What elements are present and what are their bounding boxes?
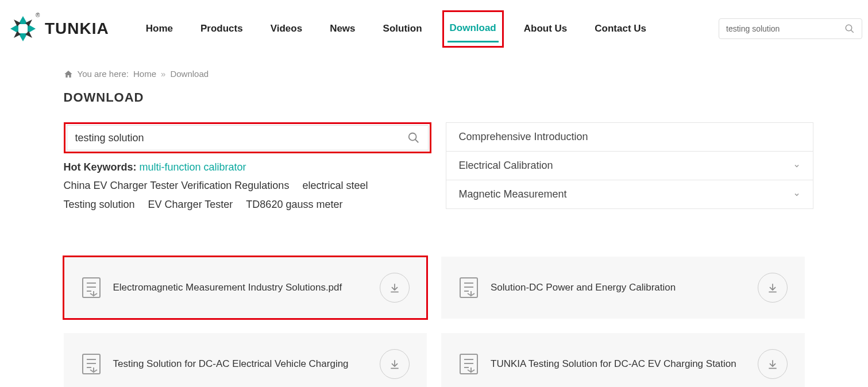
hot-keywords: Hot Keywords: multi-function calibrator … (64, 158, 431, 214)
top-search-input[interactable] (726, 24, 844, 33)
download-button[interactable] (380, 349, 410, 379)
downloads-grid: Electromagnetic Measurement Industry Sol… (64, 257, 805, 387)
hot-keyword[interactable]: TD8620 gauss meter (246, 195, 342, 214)
nav-item-contact-us[interactable]: Contact Us (592, 16, 649, 41)
download-button[interactable] (380, 273, 410, 303)
category-item[interactable]: Magnetic Measurement (446, 180, 813, 209)
download-button[interactable] (758, 273, 788, 303)
download-title[interactable]: Solution-DC Power and Energy Calibration (491, 282, 746, 293)
main-nav: HomeProductsVideosNewsSolutionDownloadAb… (144, 16, 701, 42)
hot-keywords-label: Hot Keywords: (64, 161, 137, 173)
download-card: Electromagnetic Measurement Industry Sol… (64, 257, 427, 319)
download-title[interactable]: Testing Solution for DC-AC Electrical Ve… (113, 358, 369, 370)
nav-item-news[interactable]: News (327, 16, 357, 41)
hot-keyword[interactable]: Testing solution (64, 195, 135, 214)
top-search[interactable] (719, 18, 862, 39)
category-item[interactable]: Electrical Calibration (446, 151, 813, 180)
breadcrumb-current[interactable]: Download (170, 69, 209, 79)
nav-item-products[interactable]: Products (198, 16, 245, 41)
download-card: Testing Solution for DC-AC Electrical Ve… (64, 333, 427, 387)
svg-marker-6 (14, 31, 21, 38)
logo[interactable]: ® TUNKIA (6, 11, 109, 46)
nav-item-download[interactable]: Download (447, 16, 499, 42)
svg-marker-5 (25, 20, 32, 26)
hot-keyword[interactable]: EV Charger Tester (148, 195, 233, 214)
category-label: Magnetic Measurement (459, 188, 567, 200)
hot-keyword[interactable]: China EV Charger Tester Verification Reg… (64, 176, 290, 195)
breadcrumb: You are here: Home » Download (64, 69, 805, 79)
svg-marker-4 (14, 20, 21, 26)
hot-keyword[interactable]: multi-function calibrator (140, 158, 246, 176)
download-card: TUNKIA Testing Solution for DC-AC EV Cha… (441, 333, 805, 387)
svg-text:®: ® (36, 12, 40, 18)
search-icon[interactable] (844, 24, 855, 34)
document-icon (458, 353, 479, 376)
header: ® TUNKIA HomeProductsVideosNewsSolutionD… (0, 0, 868, 52)
main-search[interactable] (67, 125, 429, 150)
svg-marker-7 (25, 31, 32, 38)
nav-item-home[interactable]: Home (144, 16, 175, 41)
nav-item-solution[interactable]: Solution (381, 16, 425, 41)
svg-line-12 (415, 140, 418, 143)
hot-keyword[interactable]: electrical steel (302, 176, 368, 195)
main-search-highlight (64, 122, 431, 153)
chevron-down-icon (793, 162, 800, 169)
page-title: DOWNLOAD (64, 90, 805, 105)
download-title[interactable]: Electromagnetic Measurement Industry Sol… (113, 282, 369, 293)
svg-point-9 (846, 25, 852, 31)
nav-item-about-us[interactable]: About Us (522, 16, 570, 41)
document-icon (458, 276, 479, 299)
category-item[interactable]: Comprehensive Introduction (446, 122, 813, 152)
main-search-input[interactable] (75, 132, 407, 144)
svg-line-10 (851, 30, 854, 33)
chevron-down-icon (793, 191, 800, 198)
search-icon[interactable] (407, 131, 420, 144)
nav-item-videos[interactable]: Videos (268, 16, 304, 41)
category-label: Comprehensive Introduction (459, 131, 588, 143)
download-button[interactable] (758, 349, 788, 379)
breadcrumb-home-link[interactable]: Home (133, 69, 156, 79)
breadcrumb-separator: » (161, 69, 165, 79)
document-icon (81, 353, 102, 376)
logo-icon: ® (6, 11, 40, 46)
download-card: Solution-DC Power and Energy Calibration (441, 257, 805, 319)
category-list: Comprehensive IntroductionElectrical Cal… (446, 122, 813, 209)
download-title[interactable]: TUNKIA Testing Solution for DC-AC EV Cha… (491, 358, 746, 370)
home-icon (64, 69, 73, 79)
category-label: Electrical Calibration (459, 160, 553, 172)
svg-point-11 (408, 133, 416, 141)
logo-text: TUNKIA (45, 20, 109, 38)
document-icon (81, 276, 102, 299)
breadcrumb-prefix: You are here: (78, 69, 129, 79)
